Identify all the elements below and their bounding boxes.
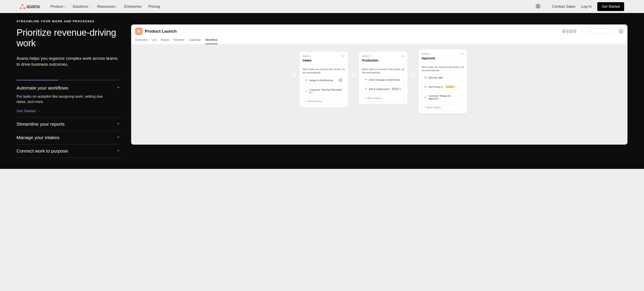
chevron-down-icon bbox=[116, 122, 120, 126]
section-title: Intake bbox=[302, 59, 345, 62]
product-screenshot: Product Launch Overview List Board T bbox=[131, 24, 628, 144]
project-title: Product Launch bbox=[145, 29, 177, 34]
plus-icon: + bbox=[305, 100, 306, 102]
chevron-down-icon: ▾ bbox=[116, 5, 117, 8]
accordion-toggle[interactable]: Connect work to purpose bbox=[16, 148, 120, 154]
brand-logo[interactable]: asana bbox=[20, 4, 40, 10]
workflow-canvas: + Section ••• Intake When tasks are move… bbox=[131, 44, 628, 144]
nav-product[interactable]: Product▾ bbox=[50, 4, 66, 9]
tab-calendar[interactable]: Calendar bbox=[189, 38, 201, 44]
accordion-toggle[interactable]: Manage your intakes bbox=[16, 135, 120, 140]
add-section-button[interactable]: + bbox=[292, 72, 296, 78]
accordion-item-reports: Streamline your reports bbox=[16, 118, 120, 131]
arrow-right-icon: → bbox=[38, 109, 40, 113]
nav-resources[interactable]: Resources▾ bbox=[97, 4, 117, 9]
slack-icon bbox=[364, 78, 368, 81]
rule-text: Comment “Hey Kat! Reminder to...” bbox=[310, 88, 342, 94]
rule-text: Add 9 collaborators bbox=[369, 88, 390, 90]
rule-slack[interactable]: Send message to Neel Rana bbox=[362, 76, 404, 83]
add-section-button[interactable]: + bbox=[410, 72, 416, 78]
svg-rect-7 bbox=[366, 80, 367, 80]
accordion-body: Put tasks on autopilot like assigning wo… bbox=[16, 94, 105, 105]
search-icon bbox=[589, 30, 591, 33]
accordion-item-intakes: Manage your intakes bbox=[16, 131, 120, 144]
comment-icon bbox=[424, 96, 427, 99]
svg-point-12 bbox=[425, 87, 426, 87]
rule-text: Comment “Ready for approval...” bbox=[428, 94, 462, 100]
accordion-title: Manage your intakes bbox=[16, 135, 60, 140]
svg-rect-5 bbox=[365, 80, 366, 80]
tab-workflow[interactable]: Workflow bbox=[206, 38, 218, 44]
nav-enterprise[interactable]: Enterprise bbox=[124, 4, 141, 9]
nav-pricing[interactable]: Pricing bbox=[148, 4, 160, 9]
accordion-title: Automate your workflows bbox=[16, 85, 68, 90]
search-input[interactable] bbox=[587, 29, 613, 34]
accordion-toggle[interactable]: Streamline your reports bbox=[16, 122, 120, 127]
more-actions-button[interactable]: + More actions... bbox=[302, 98, 345, 104]
asana-dots-icon bbox=[20, 4, 25, 9]
more-actions-button[interactable]: + More actions... bbox=[422, 104, 464, 111]
project-tabs: Overview List Board Timeline Calendar Wo… bbox=[135, 38, 624, 44]
brand-name: asana bbox=[26, 4, 40, 10]
rule-comment[interactable]: Comment “Hey Kat! Reminder to...” bbox=[302, 86, 345, 96]
hero-copy: STREAMLINE YOUR WORK AND PROCESSES Prior… bbox=[16, 20, 122, 158]
rule-text: Send message to Neel Rana bbox=[369, 78, 400, 81]
calendar-icon bbox=[424, 76, 427, 79]
svg-rect-6 bbox=[366, 80, 366, 81]
rule-text: Assign to Kat Mooney bbox=[310, 79, 333, 82]
contact-sales-link[interactable]: Contact Sales bbox=[552, 4, 576, 9]
user-avatar[interactable] bbox=[619, 29, 624, 34]
priority-badge: Medium bbox=[444, 85, 456, 88]
rule-text: Add due date bbox=[428, 76, 443, 79]
secondary-nav: Contact Sales Log In Get Started bbox=[536, 2, 624, 11]
rule-comment[interactable]: Comment “Ready for approval...” bbox=[422, 92, 464, 102]
rule-priority[interactable]: Set Priority to Medium bbox=[422, 83, 464, 90]
section-title: Production bbox=[362, 59, 404, 62]
nav-solutions[interactable]: Solutions▾ bbox=[72, 4, 90, 9]
workflow-section-production: Section ••• Production When tasks are mo… bbox=[359, 52, 408, 104]
hero-title: Prioritize revenue-driving work bbox=[16, 27, 122, 49]
priority-icon bbox=[424, 85, 427, 88]
comment-icon bbox=[305, 90, 308, 92]
collaborators-icon bbox=[364, 88, 368, 90]
accordion-item-purpose: Connect work to purpose bbox=[16, 144, 120, 158]
rule-due-date[interactable]: Add due date bbox=[422, 74, 464, 81]
globe-icon[interactable] bbox=[536, 4, 540, 10]
hero-section: STREAMLINE YOUR WORK AND PROCESSES Prior… bbox=[0, 13, 644, 169]
accordion-toggle[interactable]: Automate your workflows bbox=[16, 85, 120, 90]
svg-point-2 bbox=[589, 30, 591, 32]
login-link[interactable]: Log In bbox=[581, 4, 592, 9]
more-icon[interactable]: ••• bbox=[342, 55, 345, 57]
accordion-item-automate: Automate your workflows Put tasks on aut… bbox=[16, 85, 120, 118]
plus-icon: + bbox=[364, 97, 366, 100]
hero-subtitle: Asana helps you organize complex work ac… bbox=[16, 55, 118, 68]
tab-overview[interactable]: Overview bbox=[135, 38, 148, 44]
tab-timeline[interactable]: Timeline bbox=[173, 38, 184, 44]
plus-icon: + bbox=[424, 106, 425, 109]
section-title: Approval bbox=[422, 56, 464, 60]
workflow-section-intake: Section ••• Intake When tasks are moved … bbox=[300, 52, 348, 107]
section-helper: When tasks are moved to this section, do… bbox=[422, 66, 464, 72]
top-nav: asana Product▾ Solutions▾ Resources▾ Ent… bbox=[0, 0, 644, 13]
tab-list[interactable]: List bbox=[152, 38, 156, 44]
rule-collaborators[interactable]: Add 9 collaborators 5 bbox=[362, 85, 404, 92]
assign-icon bbox=[305, 79, 308, 82]
get-started-button[interactable]: Get Started bbox=[597, 2, 624, 11]
svg-rect-10 bbox=[424, 77, 426, 78]
accordion-cta-link[interactable]: Get Started → bbox=[16, 109, 40, 113]
primary-nav: Product▾ Solutions▾ Resources▾ Enterpris… bbox=[50, 4, 160, 9]
add-section-button[interactable]: + bbox=[351, 72, 356, 78]
divider bbox=[582, 29, 582, 33]
section-label: Section bbox=[422, 52, 429, 55]
tab-board[interactable]: Board bbox=[161, 38, 169, 44]
more-icon[interactable]: ••• bbox=[401, 55, 404, 57]
rule-assign[interactable]: Assign to Kat Mooney bbox=[302, 76, 345, 84]
member-avatars[interactable] bbox=[562, 29, 577, 34]
more-actions-button[interactable]: + More actions... bbox=[362, 95, 404, 102]
project-icon bbox=[135, 28, 142, 35]
progress-bar bbox=[16, 80, 120, 80]
chevron-down-icon bbox=[116, 135, 120, 140]
more-icon[interactable]: ••• bbox=[461, 52, 464, 55]
chevron-down-icon: ▾ bbox=[89, 5, 90, 8]
svg-point-3 bbox=[306, 80, 306, 80]
